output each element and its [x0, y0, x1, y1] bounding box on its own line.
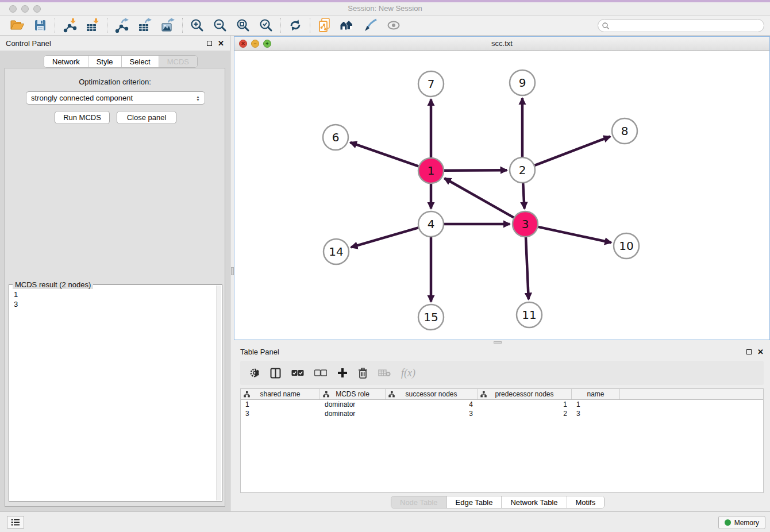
- table-row[interactable]: 1 dominator 4 1 1: [241, 400, 763, 409]
- tab-network-table[interactable]: Network Table: [502, 496, 567, 508]
- table-settings-gear-icon[interactable]: [249, 368, 260, 378]
- network-view-frame: ✕ − + scc.txt 7968124314101511: [234, 36, 770, 340]
- criterion-select[interactable]: strongly connected component ▲▼: [26, 91, 205, 105]
- table-tabs: Node Table Edge Table Network Table Moti…: [391, 496, 605, 508]
- window-minimize-button[interactable]: [21, 5, 29, 13]
- apply-layout-icon[interactable]: [284, 17, 307, 34]
- column-type-icon: [388, 391, 395, 398]
- memory-button[interactable]: Memory: [718, 516, 765, 529]
- cell-predecessor-nodes: 2: [478, 409, 572, 418]
- function-builder-icon[interactable]: f(x): [401, 367, 415, 379]
- graph-node-label-1: 1: [428, 164, 435, 178]
- toolbar-separator: [107, 18, 107, 33]
- cell-shared-name: 3: [241, 409, 320, 418]
- splitter-handle[interactable]: [494, 341, 502, 344]
- zoom-selected-icon[interactable]: [255, 17, 278, 34]
- first-neighbors-icon[interactable]: [336, 17, 359, 34]
- close-panel-icon[interactable]: ✕: [757, 348, 764, 356]
- graph-edge-3-1[interactable]: [444, 178, 514, 217]
- tab-edge-table[interactable]: Edge Table: [447, 496, 502, 508]
- graph-node-label-8: 8: [621, 124, 629, 138]
- tab-mcds[interactable]: MCDS: [159, 56, 197, 67]
- cell-shared-name: 1: [241, 400, 320, 409]
- cell-name: 3: [572, 409, 620, 418]
- export-image-icon[interactable]: [156, 17, 179, 34]
- frame-close-button[interactable]: ✕: [239, 40, 247, 48]
- tab-style[interactable]: Style: [88, 56, 122, 67]
- save-session-icon[interactable]: [29, 17, 52, 34]
- column-header-shared-name[interactable]: shared name: [241, 389, 320, 399]
- tab-network[interactable]: Network: [44, 56, 88, 67]
- frame-maximize-button[interactable]: +: [263, 40, 271, 48]
- tab-node-table[interactable]: Node Table: [391, 496, 447, 508]
- control-panel-title: Control Panel: [6, 39, 207, 48]
- vertical-splitter[interactable]: [230, 36, 234, 511]
- graph-node-label-14: 14: [329, 245, 343, 259]
- column-header-filler: [620, 389, 763, 399]
- cell-predecessor-nodes: 1: [478, 400, 572, 409]
- mcds-result-item: 3: [14, 299, 18, 309]
- graphics-details-eye-icon[interactable]: [382, 17, 405, 34]
- cell-name: 1: [572, 400, 620, 409]
- network-frame-title: scc.txt: [234, 37, 769, 51]
- graph-node-label-3: 3: [522, 217, 529, 231]
- zoom-out-icon[interactable]: [209, 17, 232, 34]
- graph-edge-2-8[interactable]: [534, 137, 610, 165]
- horizontal-splitter[interactable]: [234, 340, 770, 345]
- mcds-result-item: 1: [14, 290, 18, 299]
- import-network-icon[interactable]: [58, 17, 81, 34]
- float-panel-icon[interactable]: [746, 349, 752, 354]
- delete-table-icon[interactable]: [378, 369, 391, 377]
- new-network-from-selection-icon[interactable]: [313, 17, 336, 34]
- column-header-predecessor-nodes[interactable]: predecessor nodes: [478, 389, 572, 399]
- column-header-name[interactable]: name: [572, 389, 620, 399]
- result-scrollbar[interactable]: [216, 286, 221, 500]
- tab-select[interactable]: Select: [122, 56, 159, 67]
- column-type-icon: [244, 391, 250, 398]
- graph-edge-1-2[interactable]: [444, 170, 507, 171]
- list-icon: [11, 518, 20, 526]
- toolbar-separator: [182, 18, 183, 33]
- graph-edge-1-6[interactable]: [350, 142, 418, 167]
- table-row[interactable]: 3 dominator 3 2 3: [241, 409, 763, 418]
- network-frame-titlebar[interactable]: ✕ − + scc.txt: [234, 37, 769, 51]
- open-session-icon[interactable]: [6, 17, 29, 34]
- annotation-brush-icon[interactable]: [359, 17, 382, 34]
- window-zoom-button[interactable]: [33, 5, 41, 13]
- select-all-columns-icon[interactable]: [291, 369, 304, 376]
- run-mcds-button[interactable]: Run MCDS: [55, 111, 110, 124]
- column-header-successor-nodes[interactable]: successor nodes: [386, 389, 478, 399]
- optimization-criterion-label: Optimization criterion:: [5, 78, 225, 86]
- network-canvas[interactable]: 7968124314101511: [234, 51, 769, 340]
- graph-edge-4-14[interactable]: [351, 228, 418, 247]
- criterion-value: strongly connected component: [31, 94, 133, 102]
- zoom-fit-icon[interactable]: [232, 17, 255, 34]
- export-table-icon[interactable]: [133, 17, 156, 34]
- deselect-all-columns-icon[interactable]: [314, 369, 327, 376]
- graph-node-label-2: 2: [519, 163, 526, 177]
- search-input[interactable]: [610, 20, 764, 31]
- graph-node-label-4: 4: [428, 217, 435, 231]
- window-close-button[interactable]: [9, 5, 17, 13]
- graph-edge-3-11[interactable]: [526, 237, 529, 299]
- close-panel-button[interactable]: Close panel: [117, 111, 176, 124]
- import-table-icon[interactable]: [81, 17, 104, 34]
- zoom-in-icon[interactable]: [186, 17, 209, 34]
- split-view-icon[interactable]: [270, 368, 281, 379]
- graph-edge-3-10[interactable]: [538, 227, 611, 242]
- tab-motifs[interactable]: Motifs: [567, 496, 605, 508]
- float-panel-icon[interactable]: [207, 41, 212, 46]
- column-header-mcds-role[interactable]: MCDS role: [320, 389, 386, 399]
- add-column-plus-icon[interactable]: [337, 368, 348, 378]
- search-box[interactable]: [598, 19, 764, 32]
- mcds-result-list: 1 3: [9, 287, 22, 311]
- delete-column-trash-icon[interactable]: [358, 368, 368, 379]
- graph-edge-2-3[interactable]: [523, 183, 524, 209]
- task-history-button[interactable]: [7, 516, 24, 529]
- export-network-icon[interactable]: [110, 17, 133, 34]
- control-panel: Control Panel ✕ Network Style Select MCD…: [0, 36, 230, 511]
- frame-minimize-button[interactable]: −: [251, 40, 259, 48]
- close-panel-icon[interactable]: ✕: [218, 40, 224, 47]
- mcds-panel-body: Optimization criterion: strongly connect…: [5, 68, 225, 507]
- mcds-result-box[interactable]: MCDS result (2 nodes) 1 3: [9, 284, 222, 502]
